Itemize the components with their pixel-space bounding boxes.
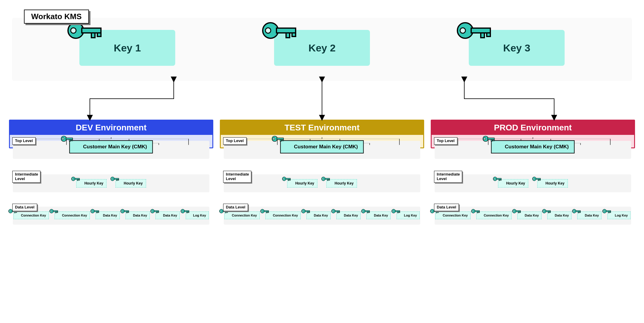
key-icon [90, 209, 99, 214]
data-key-box: Data Key [96, 211, 120, 219]
key-icon [150, 209, 159, 214]
level-label-mid: Intermediate Level [434, 171, 462, 183]
level-label-data: Data Level [12, 204, 37, 211]
key-icon [49, 209, 58, 214]
cmk-label: Customer Main Key (CMK) [294, 144, 358, 150]
hourly-key-box: Hourly Key [537, 179, 568, 188]
data-key-label: Log Key [615, 214, 628, 217]
cmk-label: Customer Main Key (CMK) [83, 144, 147, 150]
hourly-label: Hourly Key [506, 181, 525, 185]
level-label-data: Data Level [434, 204, 459, 211]
hourly-label: Hourly Key [84, 181, 103, 185]
key-icon [71, 176, 80, 182]
data-key-box: Connection Key [55, 211, 90, 219]
data-key-label: Connection Key [273, 214, 298, 217]
environments-row: DEV Environment Top Level Intermediate L… [9, 120, 635, 148]
data-key-box: Log Key [397, 211, 420, 219]
key-icon [331, 209, 340, 214]
kms-key-label: Key 2 [309, 42, 336, 54]
data-key-box: Connection Key [13, 211, 49, 219]
key-icon [542, 209, 551, 214]
env-test: TEST Environment Top Level Intermediate … [220, 120, 424, 148]
key-icon [572, 209, 581, 214]
key-icon [457, 22, 493, 42]
arrow-key1-dev [78, 78, 198, 120]
data-key-label: Data Key [133, 214, 147, 217]
cmk-label: Customer Main Key (CMK) [505, 144, 569, 150]
cmk-box: Customer Main Key (CMK) [491, 140, 575, 153]
data-key-label: Data Key [314, 214, 328, 217]
key-icon [61, 135, 73, 144]
key-icon [602, 209, 611, 214]
level-label-top: Top Level [12, 137, 36, 145]
data-key-label: Data Key [555, 214, 569, 217]
kms-section: Workato KMS Key 1 Key 2 Key 3 [12, 18, 632, 81]
hourly-label: Hourly Key [124, 181, 143, 185]
data-key-label: Data Key [374, 214, 388, 217]
level-label-data: Data Level [223, 204, 248, 211]
key-icon [532, 176, 541, 182]
key-icon [391, 209, 400, 214]
kms-key-label: Key 3 [503, 42, 530, 54]
data-key-label: Log Key [193, 214, 206, 217]
key-icon [361, 209, 370, 214]
data-key-box: Log Key [607, 211, 631, 219]
data-key-box: Connection Key [435, 211, 471, 219]
hourly-label: Hourly Key [335, 181, 353, 185]
data-key-box: Connection Key [265, 211, 301, 219]
env-body: Top Level Intermediate Level Data Level … [432, 135, 634, 147]
data-key-label: Connection Key [484, 214, 509, 217]
data-key-row: Connection Key Connection Key Data Key D… [13, 211, 209, 219]
data-key-row: Connection Key Connection Key Data Key D… [435, 211, 631, 219]
hourly-key-box: Hourly Key [498, 179, 528, 188]
key-icon [181, 209, 190, 214]
kms-box: Key 1 Key 2 Key 3 [12, 18, 632, 81]
data-key-box: Data Key [366, 211, 391, 219]
key-icon [282, 176, 291, 182]
data-key-box: Data Key [155, 211, 180, 219]
env-prod: PROD Environment Top Level Intermediate … [431, 120, 635, 148]
key-icon [471, 209, 480, 214]
kms-key-card-3: Key 3 [469, 30, 565, 66]
hourly-key-box: Hourly Key [116, 179, 146, 188]
key-icon [111, 176, 120, 182]
data-key-box: Connection Key [476, 211, 512, 219]
hourly-key-box: Hourly Key [287, 179, 318, 188]
data-key-label: Connection Key [21, 214, 46, 217]
data-key-label: Connection Key [62, 214, 87, 217]
env-body: Top Level Intermediate Level Data Level … [221, 135, 423, 147]
key-icon [67, 22, 103, 42]
key-icon [120, 209, 129, 214]
data-key-label: Connection Key [443, 214, 468, 217]
hourly-key-box: Hourly Key [326, 179, 357, 188]
data-key-box: Data Key [306, 211, 331, 219]
arrow-key3-prod [446, 78, 566, 120]
data-key-box: Data Key [126, 211, 150, 219]
hourly-row: Hourly Key Hourly Key [287, 179, 357, 188]
data-key-box: Log Key [186, 211, 209, 219]
level-label-top: Top Level [223, 137, 247, 145]
data-key-box: Data Key [517, 211, 542, 219]
cmk-box: Customer Main Key (CMK) [280, 140, 364, 153]
hourly-key-box: Hourly Key [76, 179, 107, 188]
data-key-label: Log Key [404, 214, 417, 217]
data-key-box: Data Key [547, 211, 572, 219]
hourly-label: Hourly Key [295, 181, 314, 185]
key-icon [321, 176, 330, 182]
data-key-label: Data Key [103, 214, 117, 217]
key-icon [493, 176, 502, 182]
level-label-top: Top Level [434, 137, 457, 145]
data-key-box: Connection Key [224, 211, 260, 219]
hourly-label: Hourly Key [545, 181, 564, 185]
arrow-key2-test [313, 78, 331, 120]
key-icon [260, 209, 269, 214]
key-icon [483, 135, 495, 144]
kms-key-label: Key 1 [114, 42, 141, 54]
data-key-row: Connection Key Connection Key Data Key D… [224, 211, 420, 219]
kms-key-card-1: Key 1 [79, 30, 175, 66]
key-icon [272, 135, 284, 144]
connector-arrows [9, 78, 635, 120]
kms-title-label: Workato KMS [24, 10, 89, 24]
hourly-row: Hourly Key Hourly Key [498, 179, 568, 188]
data-key-box: Data Key [336, 211, 361, 219]
